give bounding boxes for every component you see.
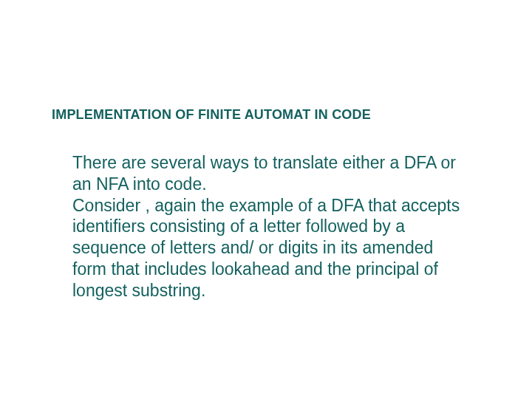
body-paragraph-2: Consider , again the example of a DFA th…: [72, 195, 466, 301]
slide-heading: IMPLEMENTATION OF FINITE AUTOMAT IN CODE: [52, 107, 480, 123]
slide-container: IMPLEMENTATION OF FINITE AUTOMAT IN CODE…: [0, 0, 532, 399]
body-paragraph-1: There are several ways to translate eith…: [72, 152, 466, 195]
slide-body: There are several ways to translate eith…: [52, 152, 480, 301]
